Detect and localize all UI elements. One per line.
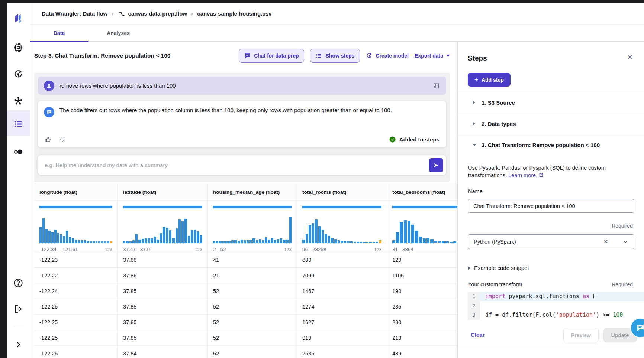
table-cell: 1106 xyxy=(387,268,457,283)
histogram-bar xyxy=(54,230,57,243)
help-icon[interactable] xyxy=(7,278,30,288)
steps-panel: Steps ✕ + Add step 1. S3 Source2. Data t… xyxy=(457,42,644,358)
table-cell: 52 xyxy=(208,346,297,358)
line-number: 2 xyxy=(468,301,480,310)
app-sidebar xyxy=(7,3,30,358)
histogram-bar xyxy=(325,234,327,243)
histogram-bar xyxy=(331,238,334,243)
table-cell: 213 xyxy=(387,330,457,345)
compute-cpu-icon[interactable] xyxy=(7,42,30,53)
caret-right-icon xyxy=(473,122,475,126)
logout-icon[interactable] xyxy=(7,304,30,314)
table-cell: 37.88 xyxy=(118,252,208,267)
create-model-button[interactable]: Create model xyxy=(366,52,409,59)
histogram-cell: 31 - 3864 xyxy=(387,201,457,252)
table-cell: 1467 xyxy=(297,283,387,299)
deploy-model-icon[interactable] xyxy=(7,69,30,79)
histogram-bar xyxy=(178,219,181,243)
copy-icon[interactable] xyxy=(433,82,440,90)
histogram-bar xyxy=(312,223,315,243)
chat-input[interactable] xyxy=(44,162,429,169)
clear-button[interactable]: Clear xyxy=(471,332,485,338)
preview-button[interactable]: Preview xyxy=(563,328,599,342)
toolbar: Chat for data prep Show steps xyxy=(239,49,450,63)
create-model-icon xyxy=(366,52,373,59)
chat-bubble-icon xyxy=(244,53,251,59)
histogram-bar xyxy=(434,241,437,243)
canvas-logo-icon[interactable] xyxy=(7,12,30,24)
histogram-cell: -122.34 - -121.61123 xyxy=(34,201,118,252)
histogram-bar xyxy=(39,227,42,243)
histogram-bar xyxy=(302,240,305,243)
expand-sidebar-chevron-icon[interactable] xyxy=(7,340,30,349)
step-item[interactable]: 1. S3 Source xyxy=(458,92,644,113)
histogram-bar xyxy=(42,218,45,243)
histogram-bar xyxy=(366,242,369,243)
model-network-icon[interactable] xyxy=(7,96,30,106)
clear-selection-icon[interactable]: ✕ xyxy=(603,239,608,245)
histogram-bar xyxy=(78,240,80,243)
data-wrangler-list-icon[interactable] xyxy=(7,119,30,129)
show-steps-button[interactable]: Show steps xyxy=(310,49,360,63)
histogram-bar xyxy=(172,238,174,243)
table-cell: -122.25 xyxy=(34,299,118,314)
table-cell: 52 xyxy=(208,299,297,314)
table-cell: -122.22 xyxy=(34,268,118,283)
chat-for-data-prep-button[interactable]: Chat for data prep xyxy=(239,49,305,63)
completeness-bar xyxy=(302,206,381,208)
histogram-bar xyxy=(69,237,71,243)
window-left-edge xyxy=(0,0,7,358)
histogram-bar xyxy=(234,240,236,243)
external-link-icon[interactable] xyxy=(539,173,544,178)
table-row: -122.2537.85521627280 xyxy=(34,315,457,330)
step-item-label: 2. Data types xyxy=(482,121,516,127)
tab-data[interactable]: Data xyxy=(30,25,88,42)
breadcrumb: Data Wrangler: Data flow › canvas-data-p… xyxy=(30,3,644,25)
required-label: Required xyxy=(612,281,633,287)
breadcrumb-flow-file[interactable]: canvas-data-prep.flow xyxy=(128,10,187,17)
column-header: total_rooms (float) xyxy=(297,184,387,200)
add-step-button[interactable]: + Add step xyxy=(468,73,511,87)
language-select[interactable]: Python (PySpark) ✕ xyxy=(468,234,634,249)
name-input[interactable] xyxy=(468,199,634,213)
histogram-bar xyxy=(262,240,264,243)
histogram-bar xyxy=(126,241,128,243)
histogram-bar xyxy=(396,232,399,243)
breadcrumb-separator: › xyxy=(191,10,193,17)
histogram-bar xyxy=(123,241,125,243)
code-editor[interactable]: 1import pyspark.sql.functions as F23df =… xyxy=(468,292,644,320)
completeness-bar xyxy=(123,206,202,208)
histogram-bar xyxy=(96,241,98,243)
thumbs-down-icon[interactable] xyxy=(59,136,66,143)
export-data-button[interactable]: Export data xyxy=(415,53,450,59)
learn-more-link[interactable]: Learn more. xyxy=(508,172,537,178)
chevron-down-icon[interactable] xyxy=(622,239,628,245)
histogram-bar xyxy=(392,240,395,243)
histogram-bar xyxy=(256,240,258,243)
histogram-count: 123 xyxy=(374,247,381,252)
table-row: -122.2437.85521467190 xyxy=(34,283,457,299)
example-code-snippet-toggle[interactable]: Example code snippet xyxy=(468,265,529,271)
breadcrumb-data-flow[interactable]: Data Wrangler: Data flow xyxy=(42,10,107,17)
table-cell: 919 xyxy=(297,330,387,345)
thumbs-up-icon[interactable] xyxy=(45,136,52,143)
histogram-bar xyxy=(57,233,59,243)
histogram-bar xyxy=(309,225,311,243)
histogram-bar xyxy=(200,235,202,243)
send-button[interactable] xyxy=(429,158,443,172)
datasets-circles-icon[interactable] xyxy=(7,147,30,157)
histogram-bar xyxy=(163,227,165,243)
histogram-bar xyxy=(286,240,289,243)
step-item[interactable]: 3. Chat Transform: Remove population < 1… xyxy=(458,134,644,155)
histogram-bar xyxy=(322,230,324,243)
histogram-bar xyxy=(154,237,156,243)
histogram-bar xyxy=(338,240,340,243)
table-cell: 37.85 xyxy=(118,299,208,314)
close-icon[interactable]: ✕ xyxy=(627,53,633,61)
histogram-bar xyxy=(231,240,234,243)
tab-analyses[interactable]: Analyses xyxy=(88,25,148,41)
step-item[interactable]: 2. Data types xyxy=(458,113,644,134)
histogram-bar xyxy=(408,221,410,243)
table-header-row: longitude (float)latitude (float)housing… xyxy=(34,184,457,201)
table-cell: 129 xyxy=(387,252,457,267)
